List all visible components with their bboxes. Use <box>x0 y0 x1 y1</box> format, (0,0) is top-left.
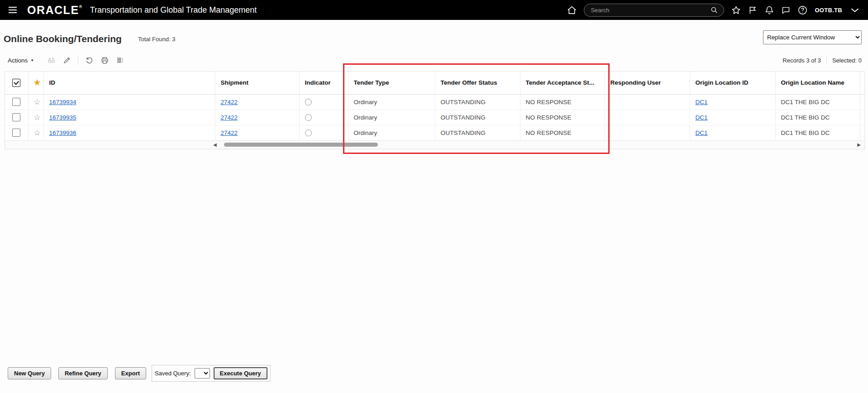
search-icon[interactable] <box>710 6 718 14</box>
tender-offer-status-cell: OUTSTANDING <box>435 94 520 110</box>
toolbar-divider <box>78 56 78 64</box>
tender-type-cell: Ordinary <box>348 125 435 140</box>
notifications-bell-icon[interactable] <box>764 5 774 15</box>
results-table: ★ ID Shipment Indicator Tender Type Tend… <box>5 71 865 149</box>
total-found: Total Found: 3 <box>138 36 175 43</box>
shipment-link[interactable]: 27422 <box>221 129 238 136</box>
page-header: Online Booking/Tendering Total Found: 3 <box>4 34 175 44</box>
clipped-cell <box>860 125 865 140</box>
shipment-link[interactable]: 27422 <box>221 114 238 121</box>
origin-location-id-link[interactable]: DC1 <box>696 129 708 136</box>
col-header-clipped[interactable]: C <box>860 72 865 94</box>
col-header-shipment[interactable]: Shipment <box>215 72 299 94</box>
print-icon[interactable] <box>100 56 109 65</box>
execute-query-button[interactable]: Execute Query <box>214 367 267 379</box>
saved-query-group: Saved Query: Execute Query <box>152 365 271 382</box>
top-app-bar: ORACLE® Transportation and Global Trade … <box>0 0 868 20</box>
table-header-row: ★ ID Shipment Indicator Tender Type Tend… <box>5 72 865 94</box>
chevron-down-icon[interactable] <box>849 4 861 16</box>
window-mode-select[interactable]: Replace Current Window <box>763 30 862 44</box>
clipped-cell <box>860 94 865 110</box>
refine-query-button[interactable]: Refine Query <box>58 367 108 379</box>
topbar-actions: OOTB.TB <box>567 4 861 17</box>
oracle-wordmark: ORACLE <box>27 4 79 17</box>
id-link[interactable]: 16739934 <box>49 99 76 105</box>
tender-acceptance-status-cell: NO RESPONSE <box>520 125 605 140</box>
user-menu[interactable]: OOTB.TB <box>815 7 842 14</box>
origin-location-name-cell: DC1 THE BIG DC <box>775 94 860 110</box>
app-title: Transportation and Global Trade Manageme… <box>90 5 257 15</box>
origin-location-name-cell: DC1 THE BIG DC <box>775 125 860 140</box>
grid-toolbar: Actions ▼ Records 3 of <box>0 53 868 67</box>
tender-acceptance-status-cell: NO RESPONSE <box>520 110 605 125</box>
oracle-logo: ORACLE® <box>27 4 83 17</box>
search-input[interactable] <box>590 6 706 14</box>
hamburger-menu-icon[interactable] <box>7 5 18 15</box>
id-link[interactable]: 16739935 <box>49 114 76 121</box>
tender-type-cell: Ordinary <box>348 94 435 110</box>
tender-offer-status-cell: OUTSTANDING <box>435 110 520 125</box>
responding-user-cell <box>605 125 690 140</box>
id-link[interactable]: 16739936 <box>49 129 76 136</box>
dropdown-caret-icon: ▼ <box>30 58 34 62</box>
selected-count: Selected: 0 <box>832 57 862 64</box>
table-row: ☆ 16739936 27422 Ordinary OUTSTANDING NO… <box>5 125 865 140</box>
table-row: ☆ 16739935 27422 Ordinary OUTSTANDING NO… <box>5 110 865 125</box>
indicator-circle-icon <box>305 99 312 105</box>
col-header-tender-type[interactable]: Tender Type <box>348 72 435 94</box>
total-found-label: Total Found: <box>138 36 171 43</box>
col-header-origin-location-name[interactable]: Origin Location Name <box>775 72 860 94</box>
scroll-left-icon[interactable]: ◀ <box>213 142 217 148</box>
edit-pencil-icon[interactable] <box>63 56 71 64</box>
row-star-icon[interactable]: ☆ <box>34 98 41 106</box>
row-star-icon[interactable]: ☆ <box>34 129 41 137</box>
favorite-star-header-icon[interactable]: ★ <box>34 78 41 87</box>
export-button[interactable]: Export <box>115 367 146 379</box>
row-star-icon[interactable]: ☆ <box>34 113 41 122</box>
table-row: ☆ 16739934 27422 Ordinary OUTSTANDING NO… <box>5 94 865 110</box>
origin-location-id-link[interactable]: DC1 <box>696 99 708 105</box>
list-view-icon[interactable] <box>116 56 124 64</box>
col-header-origin-location-id[interactable]: Origin Location ID <box>690 72 775 94</box>
page-title: Online Booking/Tendering <box>4 34 122 44</box>
shipment-link[interactable]: 27422 <box>221 99 238 105</box>
scrollbar-thumb[interactable] <box>224 143 378 147</box>
origin-location-id-link[interactable]: DC1 <box>696 114 708 121</box>
find-binoculars-icon <box>47 56 56 65</box>
col-header-indicator[interactable]: Indicator <box>299 72 348 94</box>
saved-query-select[interactable] <box>195 368 210 379</box>
registered-mark: ® <box>79 5 83 9</box>
col-header-responding-user[interactable]: Responding User <box>605 72 690 94</box>
tender-offer-status-cell: OUTSTANDING <box>435 125 520 140</box>
scroll-right-icon[interactable]: ▶ <box>857 142 861 148</box>
help-icon[interactable] <box>797 5 808 15</box>
col-header-tender-offer-status[interactable]: Tender Offer Status <box>435 72 520 94</box>
indicator-circle-icon <box>305 114 312 121</box>
clipped-cell <box>860 110 865 125</box>
row-checkbox[interactable] <box>12 129 20 137</box>
horizontal-scrollbar[interactable]: ◀ ▶ <box>5 140 864 149</box>
row-checkbox[interactable] <box>12 113 20 121</box>
messages-icon[interactable] <box>781 5 791 15</box>
col-header-id[interactable]: ID <box>43 72 215 94</box>
origin-location-name-cell: DC1 THE BIG DC <box>775 110 860 125</box>
col-header-tender-acceptance-status[interactable]: Tender Acceptance St... <box>520 72 605 94</box>
tender-acceptance-status-cell: NO RESPONSE <box>520 94 605 110</box>
flag-icon[interactable] <box>748 5 758 15</box>
records-count: Records 3 of 3 <box>782 57 821 64</box>
search-box[interactable] <box>584 4 724 17</box>
new-query-button[interactable]: New Query <box>8 367 51 379</box>
select-all-checkbox[interactable] <box>12 79 20 87</box>
refresh-icon[interactable] <box>85 56 94 65</box>
responding-user-cell <box>605 110 690 125</box>
favorites-star-icon[interactable] <box>731 5 741 15</box>
responding-user-cell <box>605 94 690 110</box>
query-footer: New Query Refine Query Export Saved Quer… <box>8 365 271 382</box>
actions-label: Actions <box>8 57 28 64</box>
row-checkbox[interactable] <box>12 98 20 106</box>
home-icon[interactable] <box>567 5 577 15</box>
actions-button[interactable]: Actions ▼ <box>8 57 34 64</box>
indicator-circle-icon <box>305 129 312 136</box>
saved-query-label: Saved Query: <box>155 370 191 377</box>
tender-type-cell: Ordinary <box>348 110 435 125</box>
